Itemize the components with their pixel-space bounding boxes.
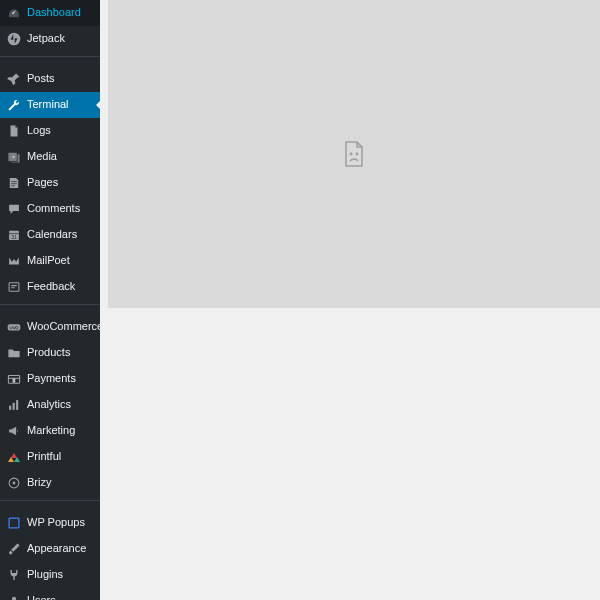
sidebar-item-mailpoet[interactable]: MailPoet bbox=[0, 248, 100, 274]
feedback-icon bbox=[7, 280, 21, 294]
sidebar-item-label: Printful bbox=[27, 450, 61, 463]
mailpoet-icon bbox=[7, 254, 21, 268]
sidebar-separator bbox=[0, 56, 100, 62]
analytics-icon bbox=[7, 398, 21, 412]
users-icon bbox=[7, 594, 21, 600]
content-placeholder bbox=[108, 0, 600, 308]
sidebar-item-label: Products bbox=[27, 346, 70, 359]
woo-icon bbox=[7, 320, 21, 334]
sidebar-item-wp-popups[interactable]: WP Popups bbox=[0, 510, 100, 536]
svg-rect-7 bbox=[9, 406, 11, 410]
sidebar-item-feedback[interactable]: Feedback bbox=[0, 274, 100, 300]
folder-icon bbox=[7, 346, 21, 360]
sidebar-item-brizy[interactable]: Brizy bbox=[0, 470, 100, 496]
calendar-icon: 31 bbox=[7, 228, 21, 242]
admin-sidebar: DashboardJetpackPostsTerminalLogsMediaPa… bbox=[0, 0, 100, 600]
sidebar-item-payments[interactable]: $Payments bbox=[0, 366, 100, 392]
sidebar-item-label: Users bbox=[27, 594, 56, 600]
svg-rect-8 bbox=[13, 403, 15, 410]
brush-icon bbox=[7, 542, 21, 556]
sidebar-item-label: Feedback bbox=[27, 280, 75, 293]
popup-icon bbox=[7, 516, 21, 530]
sidebar-separator bbox=[0, 500, 100, 506]
sidebar-item-pages[interactable]: Pages bbox=[0, 170, 100, 196]
sidebar-item-label: Calendars bbox=[27, 228, 77, 241]
sidebar-item-plugins[interactable]: Plugins bbox=[0, 562, 100, 588]
sidebar-item-dashboard[interactable]: Dashboard bbox=[0, 0, 100, 26]
sidebar-item-label: Marketing bbox=[27, 424, 75, 437]
comment-icon bbox=[7, 202, 21, 216]
dashboard-icon bbox=[7, 6, 21, 20]
sidebar-item-label: Pages bbox=[27, 176, 58, 189]
svg-point-20 bbox=[356, 153, 357, 154]
sidebar-separator bbox=[0, 304, 100, 310]
sidebar-item-label: Analytics bbox=[27, 398, 71, 411]
sidebar-item-logs[interactable]: Logs bbox=[0, 118, 100, 144]
sidebar-item-label: Logs bbox=[27, 124, 51, 137]
printful-icon bbox=[7, 450, 21, 464]
payments-icon: $ bbox=[7, 372, 21, 386]
megaphone-icon bbox=[7, 424, 21, 438]
svg-rect-3 bbox=[9, 283, 19, 291]
sidebar-item-label: Payments bbox=[27, 372, 76, 385]
broken-page-icon bbox=[342, 140, 366, 168]
sidebar-item-label: Terminal bbox=[27, 98, 69, 111]
svg-rect-12 bbox=[9, 518, 19, 528]
sidebar-item-printful[interactable]: Printful bbox=[0, 444, 100, 470]
sidebar-item-label: Jetpack bbox=[27, 32, 65, 45]
sidebar-item-calendars[interactable]: 31Calendars bbox=[0, 222, 100, 248]
sidebar-item-media[interactable]: Media bbox=[0, 144, 100, 170]
svg-rect-9 bbox=[16, 400, 18, 410]
main-content bbox=[100, 0, 600, 600]
sidebar-item-posts[interactable]: Posts bbox=[0, 66, 100, 92]
wrench-icon bbox=[7, 98, 21, 112]
sidebar-item-label: Plugins bbox=[27, 568, 63, 581]
brizy-icon bbox=[7, 476, 21, 490]
sidebar-item-analytics[interactable]: Analytics bbox=[0, 392, 100, 418]
sidebar-item-products[interactable]: Products bbox=[0, 340, 100, 366]
sidebar-item-comments[interactable]: Comments bbox=[0, 196, 100, 222]
document-icon bbox=[7, 124, 21, 138]
pages-icon bbox=[7, 176, 21, 190]
svg-point-0 bbox=[8, 33, 21, 46]
sidebar-item-appearance[interactable]: Appearance bbox=[0, 536, 100, 562]
sidebar-item-label: Brizy bbox=[27, 476, 51, 489]
sidebar-item-label: Appearance bbox=[27, 542, 86, 555]
sidebar-item-terminal[interactable]: Terminal bbox=[0, 92, 100, 118]
sidebar-item-label: Dashboard bbox=[27, 6, 81, 19]
sidebar-item-label: MailPoet bbox=[27, 254, 70, 267]
jetpack-icon bbox=[7, 32, 21, 46]
sidebar-item-users[interactable]: Users bbox=[0, 588, 100, 600]
sidebar-item-label: Posts bbox=[27, 72, 55, 85]
sidebar-item-jetpack[interactable]: Jetpack bbox=[0, 26, 100, 52]
pin-icon bbox=[7, 72, 21, 86]
sidebar-item-woocommerce[interactable]: WooCommerce bbox=[0, 314, 100, 340]
sidebar-item-marketing[interactable]: Marketing bbox=[0, 418, 100, 444]
sidebar-item-label: Media bbox=[27, 150, 57, 163]
svg-point-11 bbox=[13, 482, 16, 485]
sidebar-item-label: WP Popups bbox=[27, 516, 85, 529]
svg-point-19 bbox=[350, 153, 351, 154]
media-icon bbox=[7, 150, 21, 164]
sidebar-item-label: Comments bbox=[27, 202, 80, 215]
sidebar-item-label: WooCommerce bbox=[27, 320, 100, 333]
plugin-icon bbox=[7, 568, 21, 582]
svg-text:31: 31 bbox=[11, 235, 17, 240]
